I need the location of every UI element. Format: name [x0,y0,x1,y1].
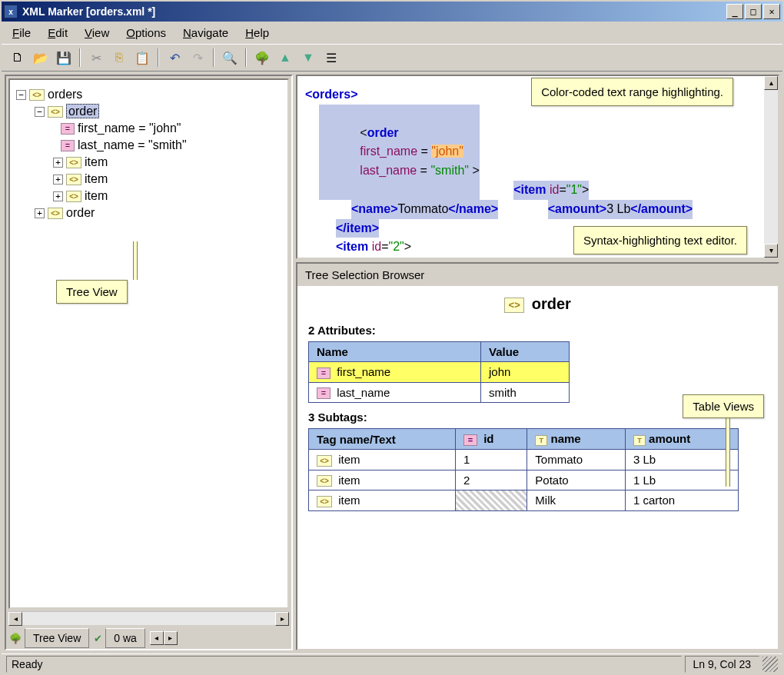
menu-help[interactable]: Help [238,24,277,42]
attribute-icon: = [317,387,331,399]
save-icon[interactable]: 💾 [53,47,75,68]
menu-edit[interactable]: Edit [40,24,75,42]
cell-value: john [480,362,569,383]
tree-node-item[interactable]: item [85,172,108,185]
tree-panel: −<>orders −<>order =first_name = "john" … [5,75,293,650]
menu-navigate[interactable]: Navigate [175,24,236,42]
xml-attr: last_name [360,164,417,177]
selection-browser-panel: Tree Selection Browser <> order 2 Attrib… [296,262,779,650]
menu-options[interactable]: Options [118,24,174,42]
callout-tree-view: Tree View [56,280,128,304]
col-name[interactable]: T name [527,429,626,450]
tag-icon: <> [66,157,81,168]
xml-value: "2" [389,240,404,253]
scroll-down-icon[interactable]: ▾ [764,244,778,258]
copy-icon[interactable]: ⎘ [108,47,130,68]
status-ready: Ready [6,656,682,673]
menu-view[interactable]: View [77,24,117,42]
cut-icon[interactable]: ✂ [85,47,107,68]
tree-node-order[interactable]: order [66,206,95,219]
resize-grip-icon[interactable] [762,657,778,672]
vertical-scrollbar[interactable]: ▴ ▾ [764,76,778,258]
horizontal-scrollbar[interactable]: ◂ ▸ [8,611,289,625]
new-file-icon[interactable]: 🗋 [7,47,28,68]
tree-node-orders[interactable]: orders [48,88,82,101]
tree-view[interactable]: −<>orders −<>order =first_name = "john" … [8,78,289,609]
tree-attr-last-name[interactable]: last_name = "smith" [78,138,187,151]
scroll-right-icon[interactable]: ▸ [275,612,289,626]
collapse-icon[interactable]: − [16,90,26,100]
tag-icon: <> [504,298,524,313]
text-icon: T [633,435,646,446]
expand-icon[interactable]: + [53,175,63,185]
col-amount[interactable]: T amount [625,429,738,450]
tree-tab-icon: 🌳 [9,633,22,644]
table-row[interactable]: <> item Milk 1 carton [309,490,739,511]
table-row[interactable]: = last_name smith [309,382,570,403]
tag-icon: <> [317,475,332,487]
menu-file[interactable]: File [5,24,38,42]
minimize-button[interactable]: _ [726,4,743,19]
cell-id: 1 [456,450,527,471]
table-row[interactable]: = first_name john [309,362,570,383]
tree-icon[interactable]: 🌳 [251,47,273,68]
table-row[interactable]: <> item 1 Tommato 3 Lb [309,450,739,471]
selection-element-name: order [532,295,571,312]
attribute-icon: = [61,140,75,151]
tree-node-item[interactable]: item [85,189,108,202]
col-value[interactable]: Value [480,342,569,362]
col-name[interactable]: Name [309,342,481,362]
outline-icon[interactable]: ☰ [321,47,342,68]
nav-up-icon[interactable]: ▲ [274,47,296,68]
scroll-left-icon[interactable]: ◂ [8,612,22,626]
expand-icon[interactable]: + [35,208,45,218]
tab-warnings[interactable]: 0 wa [105,628,145,648]
tab-tree-view[interactable]: Tree View [25,628,89,648]
cell-id-empty [456,490,527,511]
expand-icon[interactable]: + [53,158,63,168]
text-icon: T [535,435,547,446]
tag-icon: <> [317,496,332,507]
app-icon: x [4,5,18,18]
xml-tag: <orders> [305,88,357,101]
tree-attr-first-name[interactable]: first_name = "john" [78,121,181,135]
xml-text: Tommato [397,202,448,215]
paste-icon[interactable]: 📋 [131,47,153,68]
tag-icon: <> [29,89,45,101]
maximize-button[interactable]: □ [745,4,762,19]
tag-icon: <> [48,106,63,118]
selection-element: <> order [308,295,767,313]
separator [213,48,214,67]
close-button[interactable]: ✕ [763,4,780,19]
titlebar[interactable]: x XML Marker [orders.xml *] _ □ ✕ [2,2,782,22]
tree-node-order-selected[interactable]: order [66,104,99,118]
xml-editor[interactable]: Color-coded text range highlighting. <or… [297,76,764,258]
collapse-icon[interactable]: − [35,107,45,117]
statusbar: Ready Ln 9, Col 23 [2,653,782,673]
callout-color-coded: Color-coded text range highlighting. [531,78,733,106]
toolbar: 🗋 📂 💾 ✂ ⎘ 📋 ↶ ↷ 🔍 🌳 ▲ ▼ ☰ [2,44,782,71]
nav-down-icon[interactable]: ▼ [297,47,319,68]
col-tagname[interactable]: Tag name/Text [309,429,456,450]
xml-attr: id [550,183,559,196]
cell-amount: 1 Lb [625,470,738,490]
xml-attr: id [372,240,381,253]
tab-scroll-right-icon[interactable]: ▸ [164,631,178,645]
table-row[interactable]: <> item 2 Potato 1 Lb [309,470,739,490]
tree-node-item[interactable]: item [85,155,108,168]
tab-scroll-left-icon[interactable]: ◂ [150,631,164,645]
col-id[interactable]: = id [456,429,527,450]
cell-tag: item [338,474,360,487]
callout-syntax: Syntax-highlighting text editor. [573,226,747,254]
find-icon[interactable]: 🔍 [219,47,241,68]
browser-body: <> order 2 Attributes: NameValue = first… [297,286,778,649]
scroll-up-icon[interactable]: ▴ [764,76,778,90]
xml-tag: </item> [336,221,379,234]
cell-tag: item [338,494,360,507]
open-file-icon[interactable]: 📂 [30,47,51,68]
xml-tag: order [367,126,399,139]
undo-icon[interactable]: ↶ [164,47,185,68]
expand-icon[interactable]: + [53,191,63,201]
cell-name: last_name [337,386,390,399]
redo-icon[interactable]: ↷ [187,47,208,68]
